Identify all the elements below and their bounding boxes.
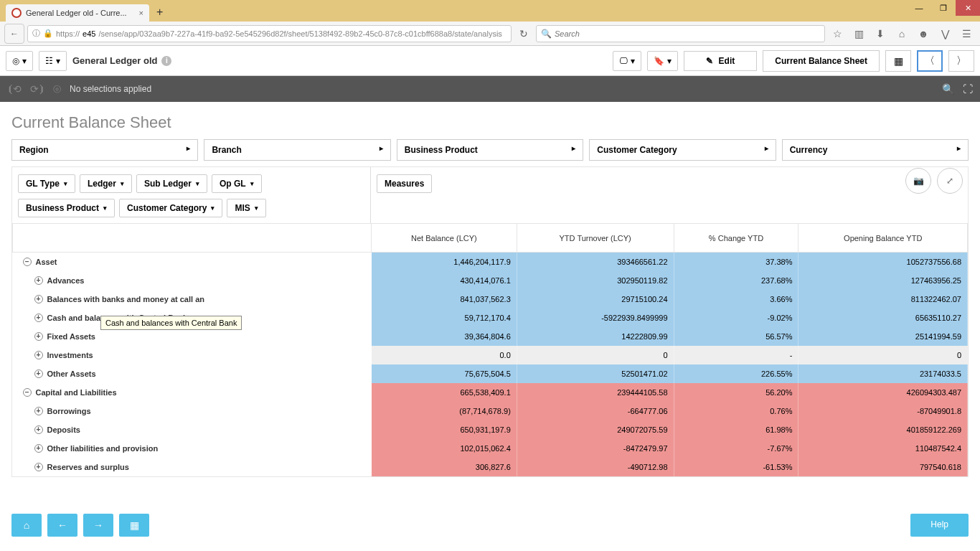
- window-controls: — ❐ ✕: [907, 0, 980, 16]
- url-input[interactable]: ⓘ 🔒 https://e45/sense/app/032aa9b7-227a-…: [27, 25, 512, 42]
- expand-icon[interactable]: +: [34, 407, 43, 415]
- home-icon[interactable]: ⌂: [892, 24, 911, 43]
- library-icon[interactable]: ▥: [849, 24, 868, 43]
- snapshot-button[interactable]: 📷: [905, 168, 931, 194]
- expand-icon[interactable]: +: [34, 425, 43, 434]
- row-label[interactable]: +Other Assets: [19, 367, 366, 380]
- filter-branch[interactable]: Branch: [204, 139, 390, 161]
- info-icon: ⓘ: [32, 28, 40, 39]
- selection-fwd-icon[interactable]: ⟳⦘: [30, 83, 44, 95]
- search-icon[interactable]: 🔍: [942, 83, 954, 95]
- expand-icon[interactable]: +: [34, 369, 43, 378]
- expand-icon[interactable]: +: [34, 295, 43, 303]
- downloads-icon[interactable]: ⬇: [871, 24, 890, 43]
- browser-tab-strip: General Ledger old - Curre... × + — ❐ ✕: [0, 0, 980, 22]
- collapse-icon[interactable]: –: [23, 388, 32, 397]
- info-icon[interactable]: i: [161, 56, 171, 66]
- monitor-icon: 🖵: [619, 56, 628, 66]
- new-tab-button[interactable]: +: [149, 3, 170, 22]
- app-title: General Ledger old i: [72, 55, 171, 66]
- app-toolbar: ◎▾ ☷▾ General Ledger old i 🖵▾ 🔖▾ ✎ Edit …: [0, 46, 980, 76]
- column-header[interactable]: Net Balance (LCY): [372, 224, 517, 253]
- sheet-content: Current Balance Sheet RegionBranchBusine…: [0, 102, 980, 477]
- pocket-icon[interactable]: ⋁: [936, 24, 954, 43]
- window-close-button[interactable]: ✕: [956, 0, 980, 16]
- sheet-name-button[interactable]: Current Balance Sheet: [763, 50, 880, 72]
- filter-currency[interactable]: Currency: [782, 139, 969, 161]
- bookmark-icon: 🔖: [654, 56, 664, 66]
- selection-text: No selections applied: [70, 84, 151, 94]
- row-label[interactable]: +Deposits: [19, 423, 366, 436]
- filter-region[interactable]: Region: [11, 139, 198, 161]
- expand-icon[interactable]: +: [34, 463, 43, 471]
- row-label[interactable]: +Advances: [19, 274, 366, 287]
- row-label[interactable]: +Other liabilities and provision: [19, 442, 366, 455]
- sheets-grid-button[interactable]: ▦: [885, 50, 911, 72]
- bookmark-star-icon[interactable]: ☆: [828, 24, 847, 43]
- row-label[interactable]: –Asset: [19, 255, 366, 268]
- list-menu-button[interactable]: ☷▾: [39, 51, 67, 71]
- address-bar: ← ⓘ 🔒 https://e45/sense/app/032aa9b7-227…: [0, 22, 980, 46]
- row-label[interactable]: –Capital and Liabilities: [19, 386, 366, 399]
- column-header[interactable]: % Change YTD: [674, 224, 798, 253]
- row-text: Other liabilities and provision: [47, 444, 159, 453]
- pivot-table: Net Balance (LCY)YTD Turnover (LCY)% Cha…: [12, 223, 968, 476]
- maximize-button[interactable]: ❐: [931, 0, 956, 16]
- dim-customer-category[interactable]: Customer Category: [119, 199, 222, 217]
- compass-icon: ◎: [12, 56, 19, 66]
- row-label[interactable]: +Investments: [19, 349, 366, 362]
- cell: 797540.618: [798, 458, 968, 476]
- dim-sub-ledger[interactable]: Sub Ledger: [136, 174, 207, 193]
- next-sheet-button[interactable]: 〉: [948, 50, 974, 72]
- cell: 39,364,804.6: [372, 327, 517, 346]
- device-menu-button[interactable]: 🖵▾: [613, 51, 641, 71]
- measures-button[interactable]: Measures: [377, 174, 432, 193]
- dim-ledger[interactable]: Ledger: [80, 174, 132, 193]
- row-label[interactable]: +Fixed Assets: [19, 330, 366, 343]
- search-input[interactable]: [555, 29, 820, 38]
- minimize-button[interactable]: —: [907, 0, 931, 16]
- selection-clear-icon[interactable]: ⦾: [53, 83, 61, 95]
- row-label[interactable]: +Reserves and surplus: [19, 461, 366, 474]
- filter-row: RegionBranchBusiness ProductCustomer Cat…: [11, 139, 969, 161]
- expand-icon[interactable]: +: [34, 276, 43, 285]
- column-header[interactable]: Opening Balance YTD: [798, 224, 968, 253]
- nav-menu-button[interactable]: ◎▾: [6, 51, 33, 71]
- search-box[interactable]: 🔍: [536, 25, 825, 42]
- close-icon[interactable]: ×: [139, 9, 143, 17]
- browser-tab[interactable]: General Ledger old - Curre... ×: [6, 4, 149, 22]
- filter-business-product[interactable]: Business Product: [397, 139, 583, 161]
- dim-op-gl[interactable]: Op GL: [212, 174, 262, 193]
- cell: -664777.06: [517, 402, 674, 420]
- cell: 23174033.5: [798, 364, 968, 383]
- prev-sheet-button[interactable]: 〈: [917, 50, 943, 72]
- table-row: +Advances430,414,076.1302950119.82237.68…: [13, 271, 968, 290]
- expand-icon[interactable]: +: [34, 314, 43, 322]
- expand-icon[interactable]: +: [34, 444, 43, 453]
- search-icon: 🔍: [541, 29, 552, 39]
- expand-icon[interactable]: ⛶: [963, 83, 973, 95]
- tooltip: Cash and balances with Central Bank: [100, 316, 242, 330]
- dim-gl-type[interactable]: GL Type: [18, 174, 75, 193]
- expand-icon[interactable]: +: [34, 332, 43, 341]
- url-path: /sense/app/032aa9b7-227a-41f9-ba92-5e545…: [98, 29, 501, 38]
- reload-button[interactable]: ↻: [514, 24, 533, 43]
- selection-back-icon[interactable]: ⦗⟲: [7, 83, 22, 95]
- bookmark-menu-button[interactable]: 🔖▾: [647, 51, 678, 71]
- collapse-icon[interactable]: –: [23, 258, 32, 266]
- row-label[interactable]: +Borrowings: [19, 405, 366, 418]
- menu-icon[interactable]: ☰: [957, 24, 976, 43]
- face-icon[interactable]: ☻: [914, 24, 933, 43]
- column-header[interactable]: YTD Turnover (LCY): [517, 224, 674, 253]
- back-button[interactable]: ←: [4, 24, 24, 44]
- edit-button[interactable]: ✎ Edit: [684, 51, 758, 71]
- tab-favicon: [11, 8, 22, 18]
- expand-icon[interactable]: +: [34, 351, 43, 359]
- dim-business-product[interactable]: Business Product: [18, 199, 115, 217]
- tab-title: General Ledger old - Curre...: [26, 9, 127, 17]
- row-text: Investments: [47, 351, 93, 359]
- filter-customer-category[interactable]: Customer Category: [589, 139, 776, 161]
- row-label[interactable]: +Balances with banks and money at call a…: [19, 293, 366, 306]
- fullscreen-button[interactable]: ⤢: [937, 168, 963, 194]
- dim-mis[interactable]: MIS: [227, 199, 265, 217]
